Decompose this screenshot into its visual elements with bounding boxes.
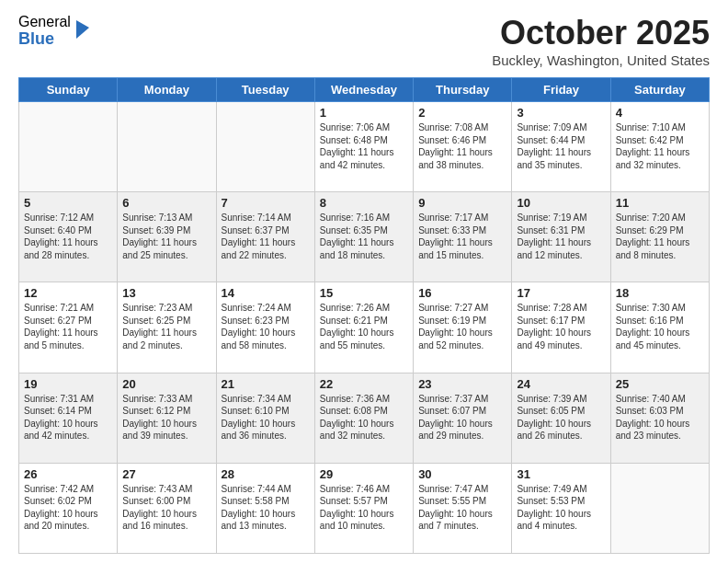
calendar-week-row: 1Sunrise: 7:06 AM Sunset: 6:48 PM Daylig… [19,102,710,192]
table-row: 24Sunrise: 7:39 AM Sunset: 6:05 PM Dayli… [512,373,610,463]
col-wednesday: Wednesday [314,78,413,102]
day-number: 26 [24,467,112,481]
day-number: 4 [616,106,704,120]
logo-blue: Blue [18,30,71,49]
day-number: 2 [418,106,506,120]
table-row: 30Sunrise: 7:47 AM Sunset: 5:55 PM Dayli… [414,463,512,553]
table-row: 8Sunrise: 7:16 AM Sunset: 6:35 PM Daylig… [314,192,413,282]
table-row: 4Sunrise: 7:10 AM Sunset: 6:42 PM Daylig… [610,102,709,192]
table-row: 20Sunrise: 7:33 AM Sunset: 6:12 PM Dayli… [118,373,216,463]
day-number: 12 [24,286,112,300]
day-number: 22 [320,377,408,391]
day-info: Sunrise: 7:12 AM Sunset: 6:40 PM Dayligh… [24,212,112,261]
header-row: Sunday Monday Tuesday Wednesday Thursday… [19,78,710,102]
col-thursday: Thursday [414,78,512,102]
day-info: Sunrise: 7:47 AM Sunset: 5:55 PM Dayligh… [418,483,506,533]
table-row: 17Sunrise: 7:28 AM Sunset: 6:17 PM Dayli… [512,282,610,373]
table-row: 25Sunrise: 7:40 AM Sunset: 6:03 PM Dayli… [610,373,709,463]
day-number: 24 [517,377,605,391]
day-info: Sunrise: 7:37 AM Sunset: 6:07 PM Dayligh… [418,393,506,442]
day-number: 14 [222,286,310,300]
table-row: 14Sunrise: 7:24 AM Sunset: 6:23 PM Dayli… [216,282,314,373]
day-number: 5 [24,196,112,210]
table-row: 5Sunrise: 7:12 AM Sunset: 6:40 PM Daylig… [19,192,118,282]
location: Buckley, Washington, United States [492,52,710,68]
day-info: Sunrise: 7:26 AM Sunset: 6:21 PM Dayligh… [320,302,408,351]
svg-marker-0 [76,20,89,39]
day-number: 23 [418,377,506,391]
day-info: Sunrise: 7:27 AM Sunset: 6:19 PM Dayligh… [418,302,506,351]
col-saturday: Saturday [610,78,709,102]
table-row: 23Sunrise: 7:37 AM Sunset: 6:07 PM Dayli… [414,373,512,463]
calendar-table: Sunday Monday Tuesday Wednesday Thursday… [18,77,710,554]
day-info: Sunrise: 7:46 AM Sunset: 5:57 PM Dayligh… [320,483,408,533]
table-row: 21Sunrise: 7:34 AM Sunset: 6:10 PM Dayli… [216,373,314,463]
header: General Blue October 2025 Buckley, Washi… [18,14,710,68]
col-tuesday: Tuesday [216,78,314,102]
day-info: Sunrise: 7:31 AM Sunset: 6:14 PM Dayligh… [24,393,112,442]
logo-general: General [18,14,71,30]
day-number: 27 [122,467,210,481]
day-number: 21 [222,377,310,391]
day-info: Sunrise: 7:20 AM Sunset: 6:29 PM Dayligh… [616,212,704,261]
day-info: Sunrise: 7:06 AM Sunset: 6:48 PM Dayligh… [320,121,408,171]
day-number: 3 [517,106,605,120]
day-info: Sunrise: 7:28 AM Sunset: 6:17 PM Dayligh… [517,302,605,351]
day-info: Sunrise: 7:08 AM Sunset: 6:46 PM Dayligh… [418,121,506,171]
day-number: 15 [320,286,408,300]
day-info: Sunrise: 7:24 AM Sunset: 6:23 PM Dayligh… [222,302,310,351]
day-number: 11 [616,196,704,210]
day-info: Sunrise: 7:21 AM Sunset: 6:27 PM Dayligh… [24,302,112,351]
table-row: 13Sunrise: 7:23 AM Sunset: 6:25 PM Dayli… [118,282,216,373]
day-number: 9 [418,196,506,210]
table-row: 10Sunrise: 7:19 AM Sunset: 6:31 PM Dayli… [512,192,610,282]
table-row: 3Sunrise: 7:09 AM Sunset: 6:44 PM Daylig… [512,102,610,192]
calendar-week-row: 12Sunrise: 7:21 AM Sunset: 6:27 PM Dayli… [19,282,710,373]
table-row: 29Sunrise: 7:46 AM Sunset: 5:57 PM Dayli… [314,463,413,553]
day-info: Sunrise: 7:36 AM Sunset: 6:08 PM Dayligh… [320,393,408,442]
table-row: 22Sunrise: 7:36 AM Sunset: 6:08 PM Dayli… [314,373,413,463]
page: General Blue October 2025 Buckley, Washi… [0,0,728,563]
day-number: 16 [418,286,506,300]
day-info: Sunrise: 7:33 AM Sunset: 6:12 PM Dayligh… [122,393,210,442]
calendar-week-row: 5Sunrise: 7:12 AM Sunset: 6:40 PM Daylig… [19,192,710,282]
table-row [610,463,709,553]
table-row: 1Sunrise: 7:06 AM Sunset: 6:48 PM Daylig… [314,102,413,192]
day-number: 28 [222,467,310,481]
day-number: 17 [517,286,605,300]
day-info: Sunrise: 7:19 AM Sunset: 6:31 PM Dayligh… [517,212,605,261]
table-row: 27Sunrise: 7:43 AM Sunset: 6:00 PM Dayli… [118,463,216,553]
calendar-week-row: 19Sunrise: 7:31 AM Sunset: 6:14 PM Dayli… [19,373,710,463]
day-number: 13 [122,286,210,300]
table-row [216,102,314,192]
col-friday: Friday [512,78,610,102]
day-number: 6 [122,196,210,210]
table-row: 26Sunrise: 7:42 AM Sunset: 6:02 PM Dayli… [19,463,118,553]
day-info: Sunrise: 7:17 AM Sunset: 6:33 PM Dayligh… [418,212,506,261]
table-row [19,102,118,192]
day-number: 7 [222,196,310,210]
day-info: Sunrise: 7:40 AM Sunset: 6:03 PM Dayligh… [616,393,704,442]
table-row: 18Sunrise: 7:30 AM Sunset: 6:16 PM Dayli… [610,282,709,373]
day-info: Sunrise: 7:23 AM Sunset: 6:25 PM Dayligh… [122,302,210,351]
day-info: Sunrise: 7:30 AM Sunset: 6:16 PM Dayligh… [616,302,704,351]
day-info: Sunrise: 7:14 AM Sunset: 6:37 PM Dayligh… [222,212,310,261]
day-number: 20 [122,377,210,391]
col-monday: Monday [118,78,216,102]
title-block: October 2025 Buckley, Washington, United… [492,14,710,68]
table-row: 6Sunrise: 7:13 AM Sunset: 6:39 PM Daylig… [118,192,216,282]
day-info: Sunrise: 7:10 AM Sunset: 6:42 PM Dayligh… [616,121,704,171]
day-number: 30 [418,467,506,481]
table-row: 31Sunrise: 7:49 AM Sunset: 5:53 PM Dayli… [512,463,610,553]
day-number: 1 [320,106,408,120]
month-title: October 2025 [492,14,710,52]
table-row: 7Sunrise: 7:14 AM Sunset: 6:37 PM Daylig… [216,192,314,282]
day-info: Sunrise: 7:34 AM Sunset: 6:10 PM Dayligh… [222,393,310,442]
day-info: Sunrise: 7:09 AM Sunset: 6:44 PM Dayligh… [517,121,605,171]
day-info: Sunrise: 7:42 AM Sunset: 6:02 PM Dayligh… [24,483,112,533]
day-info: Sunrise: 7:13 AM Sunset: 6:39 PM Dayligh… [122,212,210,261]
day-info: Sunrise: 7:16 AM Sunset: 6:35 PM Dayligh… [320,212,408,261]
col-sunday: Sunday [19,78,118,102]
logo: General Blue [18,14,91,48]
day-number: 31 [517,467,605,481]
